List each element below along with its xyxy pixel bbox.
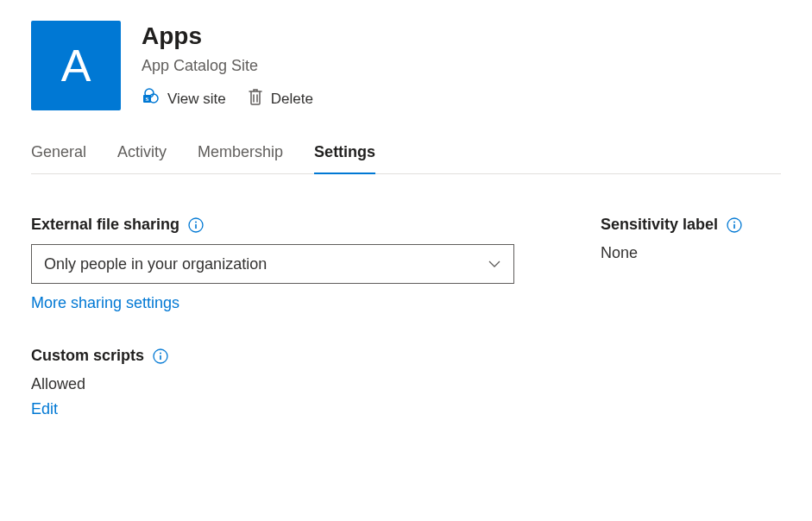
sharepoint-icon: S [142,87,161,110]
info-icon[interactable] [188,217,204,233]
custom-scripts-value: Allowed [31,375,514,393]
svg-point-5 [195,221,197,223]
more-sharing-settings-link[interactable]: More sharing settings [31,294,514,312]
svg-point-11 [733,221,735,223]
view-site-label: View site [167,91,226,108]
custom-scripts-label-row: Custom scripts [31,347,514,365]
site-logo-letter: A [61,40,91,91]
tab-activity[interactable]: Activity [117,135,167,173]
sensitivity-label: Sensitivity label [601,216,718,234]
delete-label: Delete [271,91,313,108]
sensitivity-label-row: Sensitivity label [601,216,781,234]
info-icon[interactable] [153,348,168,364]
site-actions: S View site Delete [142,87,313,110]
svg-point-8 [160,352,161,354]
settings-right-column: Sensitivity label None [601,216,781,418]
custom-scripts-label: Custom scripts [31,347,144,365]
site-subtitle: App Catalog Site [142,57,313,75]
chevron-down-icon [488,257,501,271]
tab-membership[interactable]: Membership [198,135,283,173]
settings-content: External file sharing Only people in you… [31,174,781,418]
delete-icon [247,87,264,110]
svg-rect-12 [733,224,735,229]
tab-general[interactable]: General [31,135,86,173]
settings-left-column: External file sharing Only people in you… [31,216,514,418]
external-sharing-value: Only people in your organization [44,255,267,273]
svg-text:S: S [146,96,149,103]
site-info: Apps App Catalog Site S View site [142,21,313,110]
svg-rect-9 [160,355,161,360]
external-sharing-label-row: External file sharing [31,216,514,234]
site-title: Apps [142,22,313,50]
site-header: A Apps App Catalog Site S View site [31,21,781,110]
site-logo: A [31,21,121,110]
external-sharing-label: External file sharing [31,216,179,234]
sensitivity-value: None [601,244,781,262]
view-site-button[interactable]: S View site [142,87,226,110]
custom-scripts-edit-link[interactable]: Edit [31,400,514,418]
info-icon[interactable] [727,217,742,233]
svg-rect-6 [195,224,197,229]
tabs: General Activity Membership Settings [31,135,781,174]
delete-button[interactable]: Delete [247,87,313,110]
tab-settings[interactable]: Settings [314,135,375,173]
external-sharing-select[interactable]: Only people in your organization [31,244,514,284]
